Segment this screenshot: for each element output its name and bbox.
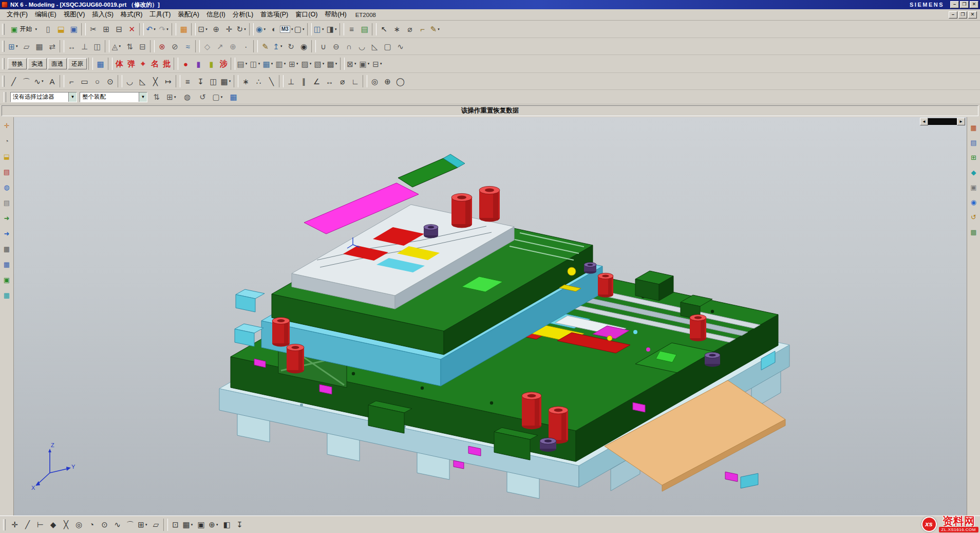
constraint-navigator-icon[interactable]: ▤ xyxy=(969,137,979,148)
ortho-snap-icon[interactable]: ◧ xyxy=(220,518,233,531)
fillet-icon[interactable]: ◡ xyxy=(123,75,136,88)
distance-dimension-icon[interactable]: ↔ xyxy=(323,75,336,88)
point-icon[interactable]: ∙ xyxy=(239,40,252,53)
immediate-hide-icon[interactable]: ◨ ▾ xyxy=(326,23,338,35)
red-dot-icon[interactable]: ● xyxy=(179,58,192,70)
menu-format[interactable]: 格式(R) xyxy=(117,9,146,20)
3d-die-assembly-model[interactable]: Z X Y xyxy=(14,117,967,516)
quick-trim-icon[interactable]: ╳ xyxy=(149,75,162,88)
undo-icon[interactable]: ↶ ▾ xyxy=(145,23,158,35)
menu-preferences[interactable]: 首选项(P) xyxy=(257,9,292,20)
new-component-icon[interactable]: ▱ xyxy=(20,40,33,53)
paste-icon[interactable]: ⊟ xyxy=(112,23,125,35)
sketch-icon[interactable]: ✎ xyxy=(259,40,272,53)
chevron-down-icon[interactable]: ▼ xyxy=(139,93,147,102)
delete-icon[interactable]: ✕ xyxy=(125,23,138,35)
graphics-viewport[interactable]: Z X Y ◄ ► xyxy=(14,117,967,516)
menu-help[interactable]: 帮助(H) xyxy=(321,9,350,20)
internet-explorer-icon[interactable]: ◉ xyxy=(969,197,979,207)
fit-view-icon[interactable]: ⊡ ▾ xyxy=(197,23,210,35)
part-navigator-icon[interactable]: ⊞ xyxy=(969,152,979,162)
highlight-select-icon[interactable]: ◍ xyxy=(181,90,194,103)
center-target-icon[interactable]: ⌖ xyxy=(137,58,149,70)
shell-icon[interactable]: ▢ xyxy=(381,40,394,53)
extend-icon[interactable]: ↦ xyxy=(162,75,175,88)
left-clamp-blocks[interactable] xyxy=(235,289,265,346)
wcs-display-icon[interactable]: ▦ ▾ xyxy=(262,58,275,70)
bounded-plane-icon[interactable]: ⊞ ▾ xyxy=(137,518,149,531)
olive-block-icon[interactable]: ▮ xyxy=(205,58,218,70)
collapse-icon[interactable]: ⊟ ▾ xyxy=(371,58,384,70)
section-view-icon[interactable]: ▧ ▾ xyxy=(313,58,326,70)
component-pattern-icon[interactable]: ▦ xyxy=(33,40,46,53)
snap-settings-icon[interactable]: ⊡ xyxy=(169,518,182,531)
move-layer-icon[interactable]: ▥ ▾ xyxy=(275,58,288,70)
point-on-surface-icon[interactable]: ⌒ xyxy=(124,518,137,531)
show-hide-icon[interactable]: ◫ ▾ xyxy=(313,23,326,35)
thread-icon[interactable]: ∿ xyxy=(394,40,407,53)
interpart-select-icon[interactable]: ⇅ xyxy=(150,90,163,103)
layer-visible-icon[interactable]: ▤ xyxy=(358,23,371,35)
body-macro-button[interactable]: 体 xyxy=(114,58,125,70)
concentric-icon[interactable]: ⊕ xyxy=(381,75,394,88)
edge-blend-icon[interactable]: ◡ xyxy=(355,40,368,53)
wcs-dynamics-icon[interactable]: ▣ xyxy=(195,518,208,531)
reset-filter-icon[interactable]: ↺ xyxy=(196,90,209,103)
mid-point-icon[interactable]: ⊢ xyxy=(34,518,47,531)
selection-scope-combo[interactable]: 整个装配 ▼ xyxy=(80,92,147,102)
spline-icon[interactable]: ∿ ▾ xyxy=(33,75,46,88)
pane-splitter-bar[interactable] xyxy=(928,118,957,125)
constraint-icon[interactable]: ⊥ xyxy=(285,75,297,88)
close-button[interactable]: ✕ xyxy=(970,1,978,8)
reference-circle-icon[interactable]: ◎ xyxy=(368,75,381,88)
datum-plane-icon[interactable]: ◇ xyxy=(201,40,214,53)
existing-point-icon[interactable]: ⊙ xyxy=(98,518,111,531)
line-icon[interactable]: ╱ xyxy=(7,75,20,88)
extrude-icon[interactable]: ↥ ▾ xyxy=(272,40,285,53)
arrangements-icon[interactable]: ⊟ xyxy=(136,40,149,53)
info-panel-icon[interactable]: ▦ xyxy=(2,290,12,300)
update-display-icon[interactable]: ▩ ▾ xyxy=(326,58,339,70)
select-within-icon[interactable]: ⊞ ▾ xyxy=(165,90,178,103)
scroll-left-icon[interactable]: ◄ xyxy=(920,118,928,125)
replace-display-button[interactable]: 替换 xyxy=(8,58,27,69)
zoom-icon[interactable]: ⊕ xyxy=(210,23,222,35)
copy-icon[interactable]: ⊞ xyxy=(100,23,112,35)
menu-view[interactable]: 视图(V) xyxy=(60,9,89,20)
subtract-icon[interactable]: ⊖ xyxy=(330,40,343,53)
layers-icon[interactable]: ▤ xyxy=(2,167,12,177)
assembly-navigator-icon[interactable]: ▦ xyxy=(969,122,979,133)
hole-icon[interactable]: ◉ xyxy=(297,40,310,53)
batch-macro-button[interactable]: 批 xyxy=(161,58,173,70)
snap-grid-blue-icon[interactable]: ▦ xyxy=(227,90,240,103)
mdi-restore-button[interactable]: ❐ xyxy=(958,11,967,19)
grid-display-icon[interactable]: ▦ xyxy=(177,23,190,35)
menu-insert[interactable]: 插入(S) xyxy=(88,9,117,20)
hd3d-tools-icon[interactable]: ▣ xyxy=(969,182,979,192)
wireframe-view-icon[interactable]: ◐ xyxy=(268,23,280,35)
chevron-down-icon[interactable]: ▼ xyxy=(68,93,77,102)
menu-information[interactable]: 信息(I) xyxy=(203,9,229,20)
offset-curve-icon[interactable]: ≡ xyxy=(181,75,194,88)
name-macro-button[interactable]: 名 xyxy=(149,58,161,70)
tilted-plane-icon[interactable]: ▱ xyxy=(149,518,162,531)
menu-assemblies[interactable]: 装配(A) xyxy=(174,9,203,20)
mdi-close-button[interactable]: ✕ xyxy=(968,11,977,19)
chamfer-curve-icon[interactable]: ◺ xyxy=(136,75,149,88)
blue-grid-icon[interactable]: ▦ xyxy=(94,58,107,70)
notebook-icon[interactable]: ▤ xyxy=(2,197,12,208)
ruler-icon[interactable]: ⌐ xyxy=(416,23,429,35)
history-icon[interactable]: ↺ xyxy=(969,212,979,222)
cut-section-icon[interactable]: ⊠ ▾ xyxy=(346,58,359,70)
reuse-library-icon[interactable]: ◆ xyxy=(969,167,979,177)
profile-icon[interactable]: ⌐ xyxy=(65,75,78,88)
start-menu-button[interactable]: ▣ 开始 ▾ xyxy=(7,23,42,36)
dialog-panel-icon[interactable]: ▣ xyxy=(2,274,12,285)
scroll-right-icon[interactable]: ► xyxy=(957,118,965,125)
datum-axis-icon[interactable]: ↗ xyxy=(214,40,227,53)
materials-icon[interactable]: ▩ xyxy=(969,227,979,237)
exploded-view-icon[interactable]: ◬ ▾ xyxy=(110,40,123,53)
menu-edit[interactable]: 编辑(E) xyxy=(31,9,60,20)
background-icon[interactable]: ▢ ▾ xyxy=(293,23,306,35)
clearance-analysis-icon[interactable]: ⊘ xyxy=(168,40,181,53)
